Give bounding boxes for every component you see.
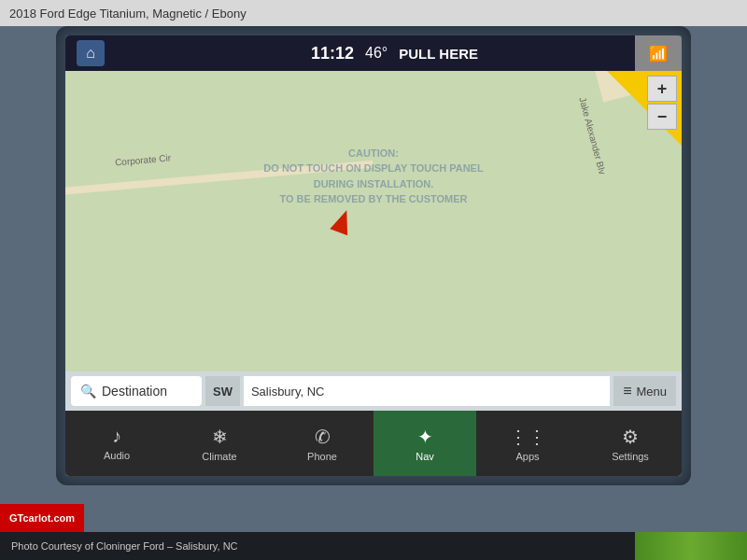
settings-label: Settings bbox=[612, 451, 649, 462]
caution-line4: TO BE REMOVED BY THE CUSTOMER bbox=[252, 191, 495, 207]
nav-item-phone[interactable]: ✆Phone bbox=[271, 411, 374, 476]
time-display: 11:12 bbox=[311, 44, 354, 63]
phone-label: Phone bbox=[307, 451, 337, 462]
climate-icon: ❄ bbox=[212, 426, 228, 448]
status-bar: ⌂ 11:12 46° PULL HERE 📶 bbox=[65, 35, 682, 71]
menu-button[interactable]: ≡ Menu bbox=[613, 376, 676, 406]
nav-label: Nav bbox=[416, 451, 434, 462]
location-text-display: Salisbury, NC bbox=[244, 376, 610, 406]
map-view[interactable]: Corporate Cir Jake Alexander Blv CAUTION… bbox=[65, 71, 682, 371]
nav-item-settings[interactable]: ⚙Settings bbox=[579, 411, 682, 476]
wifi-icon: 📶 bbox=[649, 45, 668, 63]
menu-lines-icon: ≡ bbox=[623, 383, 631, 399]
top-label-bar: 2018 Ford Edge Titanium, Magnetic / Ebon… bbox=[0, 0, 747, 26]
apps-icon: ⋮⋮ bbox=[509, 426, 546, 448]
settings-icon: ⚙ bbox=[622, 426, 639, 448]
location-value: Salisbury, NC bbox=[251, 385, 325, 399]
destination-label: Destination bbox=[102, 384, 167, 399]
climate-label: Climate bbox=[202, 451, 236, 462]
home-icon: ⌂ bbox=[86, 45, 95, 62]
logo-text: GTcarlot.com bbox=[9, 512, 75, 524]
nav-item-audio[interactable]: ♪Audio bbox=[65, 411, 168, 476]
zoom-out-button[interactable]: − bbox=[647, 104, 677, 130]
audio-label: Audio bbox=[104, 450, 130, 461]
status-center: 11:12 46° PULL HERE bbox=[119, 44, 670, 63]
nav-item-nav[interactable]: ✦Nav bbox=[374, 411, 476, 476]
photo-credit-text: Photo Courtesy of Cloninger Ford – Salis… bbox=[11, 540, 238, 552]
destination-button[interactable]: 🔍 Destination bbox=[71, 376, 202, 406]
caution-line1: CAUTION: bbox=[252, 146, 495, 161]
nav-item-apps[interactable]: ⋮⋮Apps bbox=[476, 411, 579, 476]
sw-tag: SW bbox=[205, 376, 240, 406]
screen-bezel: ⌂ 11:12 46° PULL HERE 📶 Corporate Cir Ja… bbox=[56, 26, 691, 485]
infotainment-screen: ⌂ 11:12 46° PULL HERE 📶 Corporate Cir Ja… bbox=[65, 35, 682, 476]
caution-overlay: CAUTION: DO NOT TOUCH ON DISPLAY TOUCH P… bbox=[252, 146, 495, 207]
nav-item-climate[interactable]: ❄Climate bbox=[168, 411, 271, 476]
zoom-in-icon: + bbox=[657, 79, 668, 99]
search-icon: 🔍 bbox=[80, 384, 96, 399]
temperature-display: 46° bbox=[365, 45, 388, 62]
destination-search-bar: 🔍 Destination SW Salisbury, NC ≡ Menu bbox=[65, 371, 682, 411]
grass-decoration bbox=[635, 532, 747, 560]
nav-icon: ✦ bbox=[417, 426, 433, 448]
bottom-nav-bar: ♪Audio❄Climate✆Phone✦Nav⋮⋮Apps⚙Settings bbox=[65, 411, 682, 476]
road-label-corporate: Corporate Cir bbox=[114, 153, 171, 168]
home-button[interactable]: ⌂ bbox=[77, 40, 105, 66]
gtcarlot-logo: GTcarlot.com bbox=[0, 504, 84, 532]
zoom-in-button[interactable]: + bbox=[647, 76, 677, 102]
vehicle-title: 2018 Ford Edge Titanium, Magnetic / Ebon… bbox=[9, 7, 247, 21]
zoom-controls: + − bbox=[647, 76, 677, 130]
audio-icon: ♪ bbox=[112, 426, 121, 447]
vehicle-location-marker bbox=[330, 207, 355, 235]
sw-label: SW bbox=[213, 385, 233, 399]
menu-label: Menu bbox=[636, 385, 667, 399]
pull-here-alert: PULL HERE bbox=[399, 46, 478, 62]
phone-icon: ✆ bbox=[315, 426, 331, 448]
caution-line2: DO NOT TOUCH ON DISPLAY TOUCH PANEL bbox=[252, 161, 495, 176]
zoom-out-icon: − bbox=[657, 107, 668, 127]
wifi-icon-area: 📶 bbox=[635, 35, 682, 71]
apps-label: Apps bbox=[515, 451, 539, 462]
road-label-jake: Jake Alexander Blv bbox=[577, 96, 608, 175]
caution-line3: DURING INSTALLATION. bbox=[252, 176, 495, 192]
